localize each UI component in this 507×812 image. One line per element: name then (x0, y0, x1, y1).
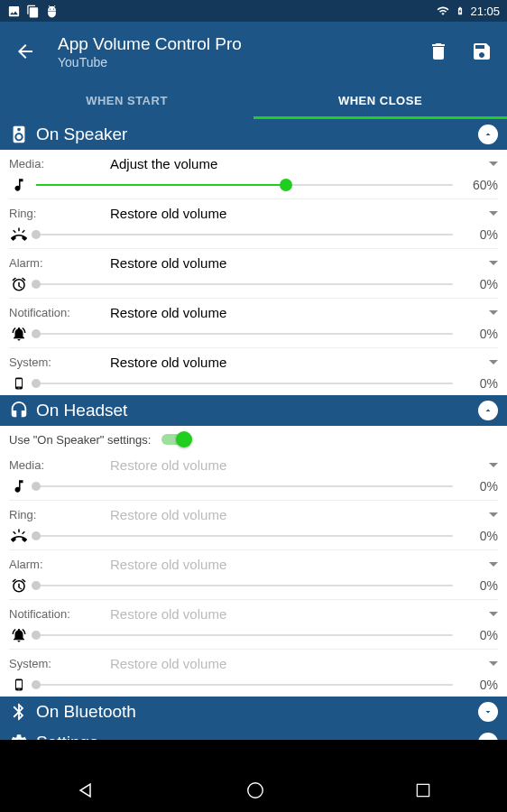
speaker-system-action[interactable]: Restore old volume (110, 355, 489, 370)
media-label: Media: (9, 157, 110, 171)
app-title: App Volume Control Pro (58, 34, 406, 54)
speaker-ring-row: Ring: Restore old volume 0% (0, 199, 507, 249)
headset-system-slider (36, 676, 453, 694)
headset-notification-slider (36, 626, 453, 644)
battery-charging-icon (456, 4, 465, 18)
phone-icon (9, 374, 29, 392)
headset-media-row: Media: Restore old volume 0% (0, 451, 507, 501)
headset-icon (9, 401, 29, 420)
clipboard-icon (26, 5, 40, 18)
section-bluetooth-header[interactable]: On Bluetooth (0, 697, 507, 727)
image-icon (7, 5, 21, 18)
music-note-icon (9, 177, 29, 193)
collapse-speaker-button[interactable] (478, 125, 498, 144)
status-bar: 21:05 (0, 0, 507, 22)
dropdown-caret-icon (489, 612, 498, 616)
dropdown-caret-icon (489, 512, 498, 517)
headset-system-row: System: Restore old volume 0% (0, 650, 507, 697)
headset-notification-action: Restore old volume (110, 606, 489, 622)
svg-point-0 (248, 783, 263, 798)
speaker-system-percent: 0% (460, 376, 498, 391)
system-label: System: (9, 657, 110, 670)
delete-button[interactable] (428, 41, 449, 62)
headset-alarm-row: Alarm: Restore old volume 0% (0, 550, 507, 600)
alarm-label: Alarm: (9, 558, 110, 571)
section-speaker-header[interactable]: On Speaker (0, 119, 507, 150)
app-bar: App Volume Control Pro YouTube (0, 22, 507, 81)
dropdown-caret-icon[interactable] (489, 211, 498, 216)
speaker-icon (9, 125, 29, 144)
section-speaker-title: On Speaker (36, 125, 478, 144)
bluetooth-icon (9, 702, 29, 722)
headset-alarm-slider (36, 577, 453, 595)
headset-system-percent: 0% (460, 678, 498, 692)
headset-alarm-action: Restore old volume (110, 557, 489, 572)
speaker-media-slider[interactable] (36, 176, 453, 194)
alarm-icon (9, 577, 29, 594)
media-label: Media: (9, 458, 110, 472)
dropdown-caret-icon[interactable] (489, 261, 498, 265)
ring-label: Ring: (9, 508, 110, 521)
headset-ring-action: Restore old volume (110, 507, 489, 522)
speaker-media-row: Media: Adjust the volume 60% (0, 150, 507, 199)
alarm-icon (9, 276, 29, 292)
notification-icon (9, 326, 29, 342)
speaker-system-slider[interactable] (36, 374, 453, 392)
use-speaker-toggle[interactable] (160, 431, 192, 448)
tab-when-start[interactable]: WHEN START (0, 81, 254, 119)
speaker-alarm-slider[interactable] (36, 275, 453, 293)
speaker-media-action[interactable]: Adjust the volume (110, 156, 489, 171)
app-subtitle: YouTube (58, 55, 406, 69)
headset-notification-row: Notification: Restore old volume 0% (0, 600, 507, 650)
section-headset-title: On Headset (36, 401, 478, 420)
expand-bluetooth-button[interactable] (478, 702, 498, 722)
speaker-ring-percent: 0% (460, 227, 498, 242)
dropdown-caret-icon[interactable] (489, 161, 498, 166)
headset-media-percent: 0% (460, 479, 498, 494)
speaker-ring-action[interactable]: Restore old volume (110, 206, 489, 221)
tabs: WHEN START WHEN CLOSE (0, 81, 507, 119)
speaker-notification-slider[interactable] (36, 325, 453, 343)
ring-label: Ring: (9, 207, 110, 220)
headset-notification-percent: 0% (460, 628, 498, 642)
speaker-ring-slider[interactable] (36, 226, 453, 244)
speaker-notification-action[interactable]: Restore old volume (110, 305, 489, 320)
dropdown-caret-icon (489, 463, 498, 467)
section-bluetooth-title: On Bluetooth (36, 702, 478, 722)
dropdown-caret-icon[interactable] (489, 360, 498, 364)
speaker-notification-row: Notification: Restore old volume 0% (0, 299, 507, 348)
section-headset-header[interactable]: On Headset (0, 395, 507, 426)
headset-media-action: Restore old volume (110, 457, 489, 473)
headset-ring-slider (36, 527, 453, 545)
notification-label: Notification: (9, 306, 110, 319)
headset-ring-percent: 0% (460, 529, 498, 543)
status-time: 21:05 (470, 5, 500, 18)
speaker-system-row: System: Restore old volume 0% (0, 348, 507, 395)
system-label: System: (9, 355, 110, 369)
headset-system-action: Restore old volume (110, 656, 489, 671)
ring-volume-icon (9, 528, 29, 544)
dropdown-caret-icon (489, 562, 498, 567)
black-strip (0, 740, 507, 769)
svg-rect-1 (418, 784, 429, 796)
alarm-label: Alarm: (9, 256, 110, 270)
back-button[interactable] (14, 41, 36, 62)
speaker-alarm-percent: 0% (460, 277, 498, 291)
headset-ring-row: Ring: Restore old volume 0% (0, 501, 507, 550)
navigation-bar (0, 769, 507, 812)
collapse-headset-button[interactable] (478, 401, 498, 420)
tab-when-close[interactable]: WHEN CLOSE (254, 81, 507, 119)
speaker-alarm-action[interactable]: Restore old volume (110, 255, 489, 271)
speaker-alarm-row: Alarm: Restore old volume 0% (0, 249, 507, 299)
wifi-icon (436, 5, 450, 17)
nav-back-button[interactable] (75, 780, 97, 801)
phone-icon (9, 676, 29, 694)
dropdown-caret-icon (489, 661, 498, 666)
ring-volume-icon (9, 226, 29, 243)
save-button[interactable] (471, 41, 493, 62)
nav-home-button[interactable] (245, 780, 265, 800)
tab-indicator (254, 116, 507, 119)
notification-icon (9, 627, 29, 643)
nav-recent-button[interactable] (414, 781, 432, 799)
dropdown-caret-icon[interactable] (489, 310, 498, 315)
